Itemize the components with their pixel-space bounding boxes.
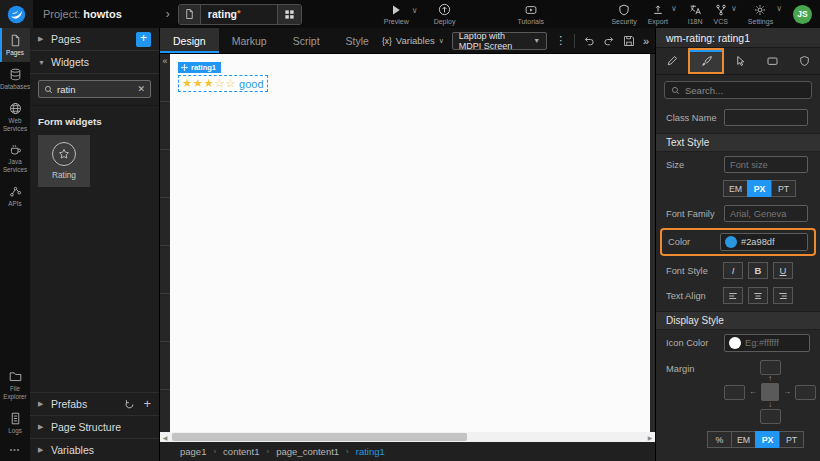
breadcrumb-content1[interactable]: content1 xyxy=(223,446,259,457)
align-center-button[interactable] xyxy=(748,287,768,304)
settings-button[interactable]: Settings xyxy=(748,4,773,25)
color-swatch[interactable] xyxy=(725,236,737,248)
add-prefab-button[interactable]: + xyxy=(143,399,151,409)
widget-search-box[interactable]: ✕ xyxy=(38,80,151,98)
export-dropdown-chevron[interactable]: ∨ xyxy=(671,4,677,13)
property-search[interactable] xyxy=(664,81,812,99)
page-grid-icon[interactable] xyxy=(277,5,301,24)
margin-center-handle[interactable] xyxy=(761,383,779,401)
selected-widget-tag[interactable]: rating1 xyxy=(178,62,221,73)
rail-item-apis[interactable]: APIs xyxy=(0,179,30,213)
margin-right-input[interactable] xyxy=(795,385,816,400)
property-search-input[interactable] xyxy=(685,85,805,96)
color-input-group[interactable]: #2a98df xyxy=(720,233,808,251)
rating-widget-body[interactable]: ★★★☆☆ good xyxy=(178,75,268,92)
expand-panel-button[interactable]: » xyxy=(643,35,649,47)
unsaved-indicator: * xyxy=(237,8,241,18)
page-selector[interactable]: rating* xyxy=(178,4,302,25)
scrollbar-track[interactable] xyxy=(170,432,645,442)
horizontal-scrollbar[interactable]: ◀ ▶ xyxy=(160,432,655,442)
icon-color-swatch[interactable] xyxy=(729,337,741,349)
save-button[interactable] xyxy=(623,35,635,47)
preview-button[interactable]: Preview xyxy=(384,4,409,25)
vcs-dropdown-chevron[interactable]: ∨ xyxy=(731,4,737,13)
unit-em-button[interactable]: EM xyxy=(731,431,756,448)
tab-events[interactable] xyxy=(724,48,756,74)
icon-color-input-group[interactable] xyxy=(724,334,810,352)
redo-button[interactable] xyxy=(603,35,615,47)
margin-top-input[interactable] xyxy=(760,360,781,375)
clear-search-icon[interactable]: ✕ xyxy=(137,84,145,94)
tutorials-button[interactable]: Tutorials xyxy=(517,4,544,25)
device-selector[interactable]: Laptop with MDPI Screen ▼ xyxy=(452,32,547,50)
align-left-button[interactable] xyxy=(723,287,743,304)
rail-item-pages[interactable]: Pages xyxy=(0,28,30,62)
scrollbar-thumb[interactable] xyxy=(172,433,467,441)
tab-devices[interactable] xyxy=(756,48,788,74)
rail-item-web-services[interactable]: Web Services xyxy=(0,96,30,138)
i18n-button[interactable]: I18N xyxy=(688,4,703,25)
breadcrumb-page-content1[interactable]: page_content1 xyxy=(276,446,339,457)
undo-button[interactable] xyxy=(583,35,595,47)
scroll-left-arrow[interactable]: ◀ xyxy=(160,432,170,442)
collapse-left-panel-button[interactable]: « xyxy=(162,54,167,68)
breadcrumb-rating1[interactable]: rating1 xyxy=(356,446,385,457)
bold-button[interactable]: B xyxy=(748,262,768,279)
rail-item-file-explorer[interactable]: File Explorer xyxy=(0,364,30,406)
settings-dropdown-chevron[interactable]: ∨ xyxy=(776,4,782,13)
rating-widget-tile[interactable]: Rating xyxy=(38,135,90,187)
align-right-button[interactable] xyxy=(773,287,793,304)
preview-dropdown-chevron[interactable]: ∨ xyxy=(412,6,418,15)
page-name[interactable]: rating* xyxy=(201,8,277,20)
font-family-input[interactable] xyxy=(724,205,808,222)
unit-px-button[interactable]: PX xyxy=(747,180,772,197)
rail-item-databases[interactable]: Databases xyxy=(0,62,30,96)
widgets-section-header[interactable]: ▼ Widgets xyxy=(30,51,159,74)
variables-button[interactable]: {x} Variables ∨ xyxy=(382,35,444,46)
unit-pt-button[interactable]: PT xyxy=(779,431,804,448)
rating-widget-on-canvas[interactable]: rating1 ★★★☆☆ good xyxy=(178,57,268,92)
class-name-row: Class Name xyxy=(656,105,820,130)
italic-button[interactable]: I xyxy=(723,262,743,279)
vcs-button[interactable]: VCS xyxy=(714,4,728,25)
pages-section-header[interactable]: ▶ Pages + xyxy=(30,28,159,51)
tab-script[interactable]: Script xyxy=(280,28,333,53)
tab-markup[interactable]: Markup xyxy=(219,28,280,53)
widget-search-input[interactable] xyxy=(57,84,133,95)
breadcrumb-page1[interactable]: page1 xyxy=(180,446,206,457)
design-canvas[interactable]: rating1 ★★★☆☆ good xyxy=(170,54,650,432)
unit-px-button[interactable]: PX xyxy=(755,431,780,448)
unit-pt-button[interactable]: PT xyxy=(771,180,796,197)
margin-left-input[interactable] xyxy=(724,385,745,400)
color-value[interactable]: #2a98df xyxy=(741,237,775,247)
canvas-menu-button[interactable]: ⋮ xyxy=(555,35,566,46)
class-name-input[interactable] xyxy=(724,109,808,126)
rating-stars[interactable]: ★★★☆☆ xyxy=(182,78,236,90)
rail-more-button[interactable]: ••• xyxy=(0,440,30,461)
prefabs-section-header[interactable]: ▶ Prefabs + xyxy=(30,392,159,415)
tab-styles[interactable] xyxy=(688,48,724,74)
user-avatar[interactable]: JS xyxy=(793,5,812,24)
variables-section-header[interactable]: ▶ Variables xyxy=(30,438,159,461)
rail-item-java-services[interactable]: Java Services xyxy=(0,137,30,179)
unit-em-button[interactable]: EM xyxy=(723,180,748,197)
add-page-button[interactable]: + xyxy=(136,32,151,47)
rail-item-logs[interactable]: Logs xyxy=(0,406,30,440)
margin-bottom-input[interactable] xyxy=(760,409,781,424)
security-button[interactable]: Security xyxy=(611,4,636,25)
unit-percent-button[interactable]: % xyxy=(707,431,732,448)
underline-button[interactable]: U xyxy=(773,262,793,279)
app-logo[interactable] xyxy=(0,0,33,28)
tab-security[interactable] xyxy=(788,48,820,74)
refresh-prefabs-icon[interactable] xyxy=(124,399,135,410)
tab-properties[interactable] xyxy=(656,48,688,74)
icon-color-input[interactable] xyxy=(745,338,805,348)
align-right-icon xyxy=(778,291,788,301)
export-button[interactable]: Export xyxy=(648,4,668,25)
font-size-input[interactable] xyxy=(724,156,808,173)
tab-design[interactable]: Design xyxy=(160,28,219,53)
scroll-right-arrow[interactable]: ▶ xyxy=(645,432,655,442)
page-structure-section-header[interactable]: ▶ Page Structure xyxy=(30,415,159,438)
deploy-button[interactable]: Deploy xyxy=(434,3,456,25)
tab-style[interactable]: Style xyxy=(333,28,382,53)
